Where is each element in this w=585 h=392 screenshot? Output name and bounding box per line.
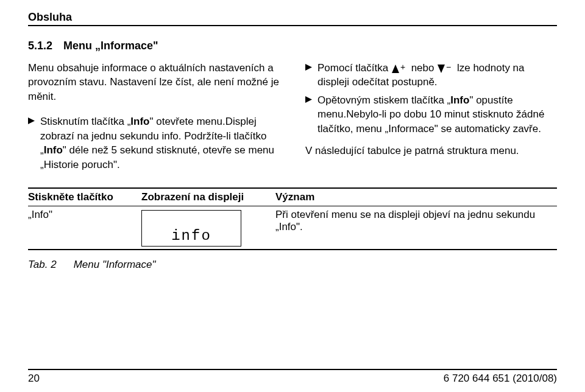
table-header-cell: Zobrazení na displeji <box>141 189 275 206</box>
display-box: info <box>141 210 241 247</box>
document-reference: 6 720 644 651 (2010/08) <box>444 373 557 385</box>
section-number: 5.1.2 <box>28 40 52 52</box>
display-text: info <box>171 228 211 244</box>
svg-marker-6 <box>305 96 312 103</box>
bullet-text: Pomocí tlačítka + nebo − lze hodnoty na … <box>317 61 557 89</box>
bullet-left-1: Stisknutím tlačítka „Info" otevřete menu… <box>28 114 280 172</box>
bullet-right-1: Pomocí tlačítka + nebo − lze hodnoty na … <box>305 61 557 89</box>
section-heading: 5.1.2Menu „Informace" <box>28 40 557 52</box>
two-columns: Menu obsahuje informace o aktuálních nas… <box>28 61 557 175</box>
svg-marker-4 <box>438 65 445 73</box>
svg-marker-1 <box>305 64 312 71</box>
table-cell: info <box>141 206 275 249</box>
table-header-cell: Stiskněte tlačítko <box>28 189 141 206</box>
column-left: Menu obsahuje informace o aktuálních nas… <box>28 61 280 175</box>
column-right: Pomocí tlačítka + nebo − lze hodnoty na … <box>305 61 557 175</box>
caption-label: Tab. 2 <box>28 259 57 270</box>
triangle-right-icon <box>305 93 317 136</box>
table-row: „Info" info Při otevření menu se na disp… <box>28 206 557 249</box>
table-header-cell: Význam <box>275 189 557 206</box>
table-caption: Tab. 2Menu "Informace" <box>28 259 557 271</box>
info-table: Stiskněte tlačítko Zobrazení na displeji… <box>28 187 557 250</box>
triangle-right-icon <box>305 61 317 89</box>
intro-paragraph: Menu obsahuje informace o aktuálních nas… <box>28 61 280 103</box>
page-footer: 20 6 720 644 651 (2010/08) <box>28 369 557 385</box>
after-paragraph: V následující tabulce je patrná struktur… <box>305 144 557 158</box>
svg-marker-2 <box>392 65 399 73</box>
rule-top <box>28 25 557 26</box>
svg-text:−: − <box>446 64 451 72</box>
caption-text: Menu "Informace" <box>74 259 156 270</box>
table-cell: Při otevření menu se na displeji objeví … <box>275 206 557 249</box>
table-cell: „Info" <box>28 206 141 249</box>
table-header-row: Stiskněte tlačítko Zobrazení na displeji… <box>28 189 557 206</box>
running-head: Obsluha <box>28 11 557 24</box>
svg-text:+: + <box>400 64 405 72</box>
svg-marker-0 <box>28 117 35 124</box>
triangle-down-minus-icon: − <box>437 64 454 74</box>
triangle-up-plus-icon: + <box>391 64 408 74</box>
page-number: 20 <box>28 373 40 385</box>
triangle-right-icon <box>28 114 40 172</box>
section-title: Menu „Informace" <box>63 40 158 52</box>
bullet-right-2: Opětovným stiskem tlačítka „Info" opustí… <box>305 93 557 136</box>
bullet-text: Stisknutím tlačítka „Info" otevřete menu… <box>40 114 280 172</box>
bullet-text: Opětovným stiskem tlačítka „Info" opustí… <box>317 93 557 136</box>
